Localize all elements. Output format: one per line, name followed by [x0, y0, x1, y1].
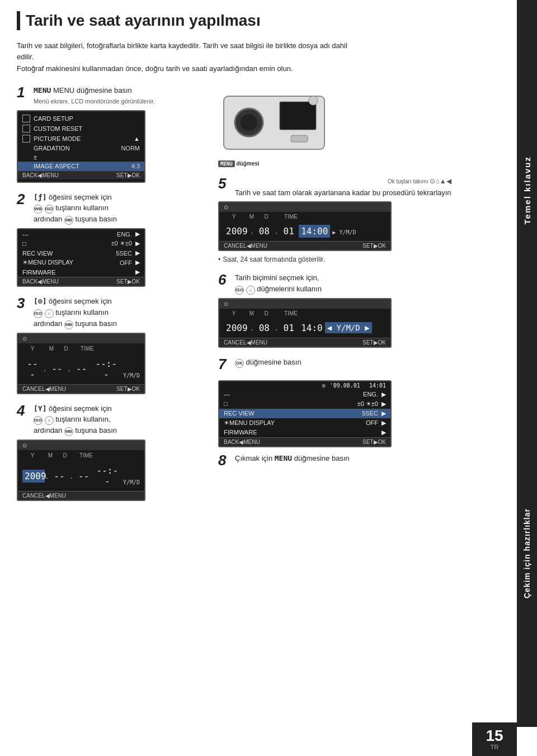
step-1-header: 1 MENU MENU düğmesine basın Menü ekranı,…: [17, 85, 207, 107]
intro-line-2: Fotoğraf makinesini kullanmadan önce, do…: [17, 63, 364, 75]
two-col-layout: 1 MENU MENU düğmesine basın Menü ekranı,…: [17, 85, 500, 511]
icon-reset: [22, 125, 30, 133]
dt-bottom-5: CANCEL◀MENU SET▶OK: [219, 241, 390, 250]
dt-header-4: ⊙: [18, 441, 144, 450]
step-3-header: 3 [⊙] öğesini seçmek için ISO ⌂ tuşların…: [17, 296, 207, 329]
s2-row-3: ☀MENU DISPLAY OFF ▶: [18, 258, 144, 267]
step-5-text: Ok tuşları takımı ⊙⌂▲◀ Tarih ve saat tam…: [235, 176, 451, 199]
dt-labels-4: Y M D TIME: [18, 450, 144, 461]
step-7: 7 OK düğmesine basın: [218, 357, 500, 371]
dt-values-5: 2009 . 08 . 01 14:00 ▶ Y/M/D: [219, 221, 390, 241]
step-1-number: 1: [17, 85, 29, 100]
step-3-number: 3: [17, 296, 29, 310]
step-2-number: 2: [17, 192, 29, 206]
icon-card: [22, 115, 30, 122]
page-title: Tarih ve saat ayarının yapılması: [17, 11, 500, 30]
menu-row-4: ±: [18, 153, 144, 162]
dt-header-5: ⊙: [219, 202, 390, 212]
menu-bottom-bar-1: BACK◀MENU SET▶OK: [18, 171, 144, 179]
step-4-text: [Y] öğesini seçmek için ISO ⌂ tuşlarını …: [34, 403, 117, 437]
iso-key: ISO: [45, 205, 54, 214]
ok-key: OK: [235, 359, 244, 368]
step-1-text: MENU MENU düğmesine basın Menü ekranı, L…: [34, 85, 155, 107]
step-5-header: 5 Ok tuşları takımı ⊙⌂▲◀ Tarih ve saat t…: [218, 176, 500, 199]
step-8-text: Çıkmak için MENU düğmesine basın: [235, 453, 350, 464]
bullet-5: Saat, 24 saat formatında gösterilir.: [218, 256, 500, 263]
step-8: 8 Çıkmak için MENU düğmesine basın: [218, 453, 500, 467]
arrow-key: ⌂: [45, 309, 54, 318]
svg-point-2: [241, 114, 257, 131]
menu-bottom-bar-2: BACK◀MENU SET▶OK: [18, 277, 144, 286]
step-8-number: 8: [218, 453, 230, 467]
step-6-text: Tarih biçimini seçmek için, ISO ⌂ düğmel…: [235, 272, 322, 295]
step-1-sub: Menü ekranı, LCD monitöründe görüntüleni…: [34, 98, 155, 105]
s2-row-2: REC VIEW 5SEC ▶: [18, 248, 144, 258]
intro-line-1: Tarih ve saat bilgileri, fotoğraflarla b…: [17, 40, 364, 64]
step-5-number: 5: [218, 176, 230, 191]
step-5: 5 Ok tuşları takımı ⊙⌂▲◀ Tarih ve saat t…: [218, 176, 500, 264]
fm-row-1: □ ±0 ☀±0 ▶: [219, 399, 390, 409]
final-menu-header: ⊙ '09.08.01 14:01: [219, 381, 390, 390]
step-3-text: [⊙] öğesini seçmek için ISO ⌂ tuşlarını …: [34, 296, 117, 329]
dt-header-6: ⊙: [219, 299, 390, 309]
iso-key6: ISO: [235, 286, 244, 295]
menu-row-5: IMAGE ASPECT 4:3: [18, 162, 144, 171]
step-6-header: 6 Tarih biçimini seçmek için, ISO ⌂ düğm…: [218, 272, 500, 295]
step-2: 2 [ƒ] öğesini seçmek için WB ISO tuşları…: [17, 192, 207, 287]
step-4-number: 4: [17, 403, 29, 418]
iso-key2: ISO: [34, 309, 43, 318]
step-7-text: OK düğmesine basın: [235, 357, 302, 368]
step-4: 4 [Y] öğesini seçmek için ISO ⌂ tuşların…: [17, 403, 207, 502]
menu-screen-step2: --- ENG. ▶ □ ±0 ☀±0 ▶ REC VIEW 5SEC ▶: [17, 228, 145, 287]
icon-picture: [22, 135, 30, 143]
page-lang: TR: [491, 744, 499, 750]
wb-key: WB: [34, 205, 43, 214]
camera-area: MENU düğmesi: [218, 85, 500, 172]
mb-key: MB: [64, 216, 73, 225]
fm-row-3: ☀MENU DISPLAY OFF ▶: [219, 418, 390, 428]
final-menu-bottom: BACK◀MENU SET▶OK: [219, 437, 390, 446]
main-content: Tarih ve saat ayarının yapılması Tarih v…: [0, 0, 517, 521]
fm-row-2: REC VIEW 5SEC ▶: [219, 409, 390, 418]
dt-values-6: 2009 . 08 . 01 14:0 ◀ Y/M/D ▶: [219, 318, 390, 338]
page-number-area: 15 TR: [472, 722, 517, 756]
dt-bottom-6: CANCEL◀MENU SET▶OK: [219, 338, 390, 347]
dt-bottom-4: CANCEL◀MENU: [18, 491, 144, 500]
side-label-bottom: Çekim için hazırlıklar: [517, 380, 537, 727]
step-1-title: MENU: [34, 86, 51, 94]
arrow-key3: ⌂: [45, 416, 54, 425]
arrow-key6: ⌂: [246, 286, 255, 295]
s2-row-1: □ ±0 ☀±0 ▶: [18, 239, 144, 248]
ok-keys-5: Ok tuşları takımı ⊙⌂▲◀: [235, 176, 451, 186]
step-3: 3 [⊙] öğesini seçmek için ISO ⌂ tuşların…: [17, 296, 207, 394]
menu-screen-step1: CARD SETUP CUSTOM RESET PICTURE MODE ▲ G…: [17, 110, 145, 183]
step-8-header: 8 Çıkmak için MENU düğmesine basın: [218, 453, 500, 467]
col-left: 1 MENU MENU düğmesine basın Menü ekranı,…: [17, 85, 207, 511]
dt-labels-6: Y M D TIME: [219, 309, 390, 318]
datetime-screen-step4: ⊙ Y M D TIME 2009 . -- . --: [17, 440, 145, 501]
menu-row-2: PICTURE MODE ▲: [18, 134, 144, 144]
datetime-screen-step5: ⊙ Y M D TIME 2009 . 08 . 01: [218, 201, 392, 251]
camera-image: [218, 85, 330, 158]
final-menu-screen: ⊙ '09.08.01 14:01 --- ENG. ▶ □ ±0 ☀±0 ▶ …: [218, 380, 392, 447]
step-2-header: 2 [ƒ] öğesini seçmek için WB ISO tuşları…: [17, 192, 207, 225]
menu-key-icon: MENU: [218, 160, 235, 167]
step-2-text: [ƒ] öğesini seçmek için WB ISO tuşlarını…: [34, 192, 117, 225]
fm-row-4: FIRMWARE ▶: [219, 428, 390, 437]
s2-row-0: --- ENG. ▶: [18, 229, 144, 239]
side-label-top: Temel kılavuz: [517, 0, 537, 380]
svg-point-4: [309, 96, 318, 105]
fm-row-0: --- ENG. ▶: [219, 390, 390, 399]
menu-label: MENU düğmesi: [218, 160, 500, 167]
step-7-number: 7: [218, 357, 230, 371]
step-6: 6 Tarih biçimini seçmek için, ISO ⌂ düğm…: [218, 272, 500, 348]
step-1: 1 MENU MENU düğmesine basın Menü ekranı,…: [17, 85, 207, 183]
step-4-header: 4 [Y] öğesini seçmek için ISO ⌂ tuşların…: [17, 403, 207, 437]
datetime-screen-step6: ⊙ Y M D TIME 2009 . 08 . 01: [218, 298, 392, 348]
svg-rect-3: [280, 102, 316, 130]
iso-key3: ISO: [34, 416, 43, 425]
menu-row-0: CARD SETUP: [18, 114, 144, 124]
mb-key3: MB: [64, 427, 73, 436]
menu-row-3: GRADATION NORM: [18, 144, 144, 153]
dt-header-3: ⊙: [18, 334, 144, 343]
